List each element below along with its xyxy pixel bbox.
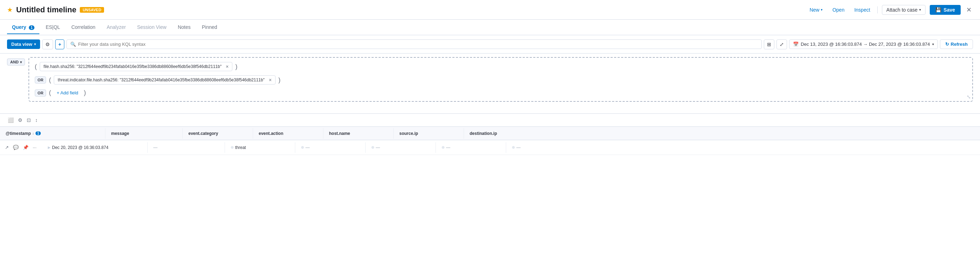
kql-search-input[interactable] (78, 42, 758, 47)
close-icon: ✕ (966, 6, 972, 13)
save-button[interactable]: 💾 Save (930, 5, 961, 15)
tab-notes[interactable]: Notes (173, 21, 196, 34)
header-right: New ▾ Open Inspect Attach to case ▾ 💾 Sa… (807, 5, 973, 15)
th-host-name[interactable]: host.name (323, 128, 394, 139)
th-message[interactable]: message (105, 128, 183, 139)
chevron-down-icon: ▾ (821, 8, 822, 11)
tab-query[interactable]: Query 1 (7, 21, 39, 34)
or-operator-badge-1[interactable]: OR (35, 77, 46, 83)
filter-pill-1[interactable]: file.hash.sha256: "3212f644eedf9b234fafa… (40, 62, 233, 71)
filter-row-2: OR ( threat.indicator.file.hash.sha256: … (35, 75, 967, 85)
chevron-down-icon-date: ▾ (932, 42, 934, 46)
expand-icon[interactable]: ⬜ (7, 117, 14, 123)
expand-row-button[interactable]: ↗ (3, 144, 10, 151)
filter-dashed-container: ( file.hash.sha256: "3212f644eedf9b234fa… (29, 57, 973, 102)
th-event-category[interactable]: event.category (183, 128, 253, 139)
table-header: @timestamp ↓ 1 message event.category ev… (0, 127, 980, 140)
chevron-down-icon-dv: ▾ (34, 42, 36, 46)
pin-row-button[interactable]: 📌 (21, 144, 30, 151)
resize-handle[interactable]: ⤡ (967, 94, 971, 100)
row-actions: ↗ 💬 📌 ··· (0, 144, 42, 151)
star-icon: ★ (7, 6, 13, 14)
open-paren-2: ( (49, 77, 51, 84)
tab-query-badge: 1 (29, 26, 35, 30)
data-view-button[interactable]: Data view ▾ (7, 40, 40, 49)
chevron-down-icon-and: ▾ (20, 60, 22, 64)
remove-filter-2-button[interactable]: × (269, 77, 272, 83)
row-pin-icon: ▶ (48, 146, 51, 149)
tab-correlation[interactable]: Correlation (67, 21, 100, 34)
filter-options-button[interactable]: ⚙ (42, 40, 53, 49)
header-left: ★ Untitled timeline Unsaved (7, 5, 104, 14)
td-source-ip: ⊕ — (436, 142, 506, 153)
tab-analyzer: Analyzer (102, 21, 130, 34)
filter-in-icon: ⊕ (231, 145, 234, 150)
refresh-button[interactable]: ↻ Refresh (940, 40, 973, 49)
search-icon: 🔍 (70, 42, 76, 47)
filter-area: AND ▾ ( file.hash.sha256: "3212f644eedf9… (0, 53, 980, 114)
save-icon: 💾 (935, 7, 941, 13)
add-filter-button[interactable]: + (55, 40, 64, 49)
td-message: — (148, 142, 225, 153)
tabs-bar: Query 1 ES|QL Correlation Analyzer Sessi… (0, 20, 980, 35)
settings-icon[interactable]: ⚙ (17, 117, 23, 123)
attach-to-case-button[interactable]: Attach to case ▾ (882, 5, 926, 15)
chevron-down-icon-attach: ▾ (919, 8, 921, 11)
open-paren-1: ( (35, 63, 37, 71)
search-bar: 🔍 (67, 40, 762, 49)
page-title: Untitled timeline (16, 5, 76, 14)
tab-pinned[interactable]: Pinned (197, 21, 222, 34)
th-event-action[interactable]: event.action (253, 128, 323, 139)
open-button[interactable]: Open (830, 6, 847, 14)
filter-in-icon-2: ⊕ (301, 145, 304, 150)
td-event-category: ⊕ threat (225, 142, 295, 153)
td-host-name: ⊕ — (366, 142, 436, 153)
and-operator-badge[interactable]: AND ▾ (7, 58, 25, 66)
table-row: ↗ 💬 📌 ··· ▶ Dec 20, 2023 @ 16:36:03.874 … (0, 140, 980, 155)
inspect-button[interactable]: Inspect (851, 6, 873, 14)
more-row-button[interactable]: ··· (31, 144, 38, 151)
sort-icon[interactable]: ↕ (35, 117, 38, 123)
filter-icon: ⚙ (45, 42, 50, 47)
close-paren-1: ) (235, 63, 237, 71)
refresh-icon: ↻ (945, 42, 949, 47)
filter-in-icon-3: ⊕ (371, 145, 374, 150)
unsaved-badge: Unsaved (80, 7, 104, 13)
sort-down-icon: ↓ (32, 131, 34, 135)
tab-session-view: Session View (132, 21, 172, 34)
open-paren-3: ( (49, 89, 51, 96)
filter-row-1: ( file.hash.sha256: "3212f644eedf9b234fa… (35, 62, 967, 71)
th-timestamp[interactable]: @timestamp ↓ 1 (0, 128, 105, 139)
th-destination-ip[interactable]: destination.ip (464, 128, 980, 139)
filter-in-icon-5: ⊕ (512, 145, 515, 150)
save-query-icon: ⤢ (780, 42, 784, 47)
or-operator-badge-2[interactable]: OR (35, 90, 46, 96)
plus-icon: + (58, 42, 61, 47)
separator (877, 6, 878, 13)
filter-pill-2[interactable]: threat.indicator.file.hash.sha256: "3212… (54, 75, 275, 85)
header: ★ Untitled timeline Unsaved New ▾ Open I… (0, 0, 980, 20)
new-button[interactable]: New ▾ (807, 6, 825, 14)
remove-filter-1-button[interactable]: × (226, 64, 229, 69)
add-field-button[interactable]: + Add field (54, 89, 81, 97)
close-button[interactable]: ✕ (965, 5, 973, 15)
table-toolbar: ⬜ ⚙ ⊡ ↕ (0, 114, 980, 127)
td-destination-ip: ⊕ — (506, 142, 980, 153)
note-row-button[interactable]: 💬 (11, 144, 20, 151)
save-query-button[interactable]: ⤢ (776, 40, 787, 49)
grid-icon[interactable]: ⊡ (26, 117, 32, 123)
filter-row-3: OR ( + Add field ) (35, 89, 967, 97)
td-event-action: ⊕ — (295, 142, 366, 153)
close-paren-3: ) (84, 89, 86, 96)
calendar-icon: 📅 (793, 42, 799, 47)
query-toolbar: Data view ▾ ⚙ + 🔍 ⊞ ⤢ 📅 Dec 13, 2023 @ 1… (0, 35, 980, 53)
close-paren-2: ) (278, 77, 280, 84)
field-browser-button[interactable]: ⊞ (764, 40, 774, 49)
filter-in-icon-4: ⊕ (441, 145, 445, 150)
columns-icon: ⊞ (767, 42, 771, 47)
th-source-ip[interactable]: source.ip (394, 128, 464, 139)
sort-priority-badge: 1 (35, 131, 41, 135)
date-range-picker[interactable]: 📅 Dec 13, 2023 @ 16:36:03.874 → Dec 27, … (789, 40, 938, 49)
td-timestamp: ▶ Dec 20, 2023 @ 16:36:03.874 (42, 142, 148, 153)
tab-esql[interactable]: ES|QL (41, 21, 65, 34)
